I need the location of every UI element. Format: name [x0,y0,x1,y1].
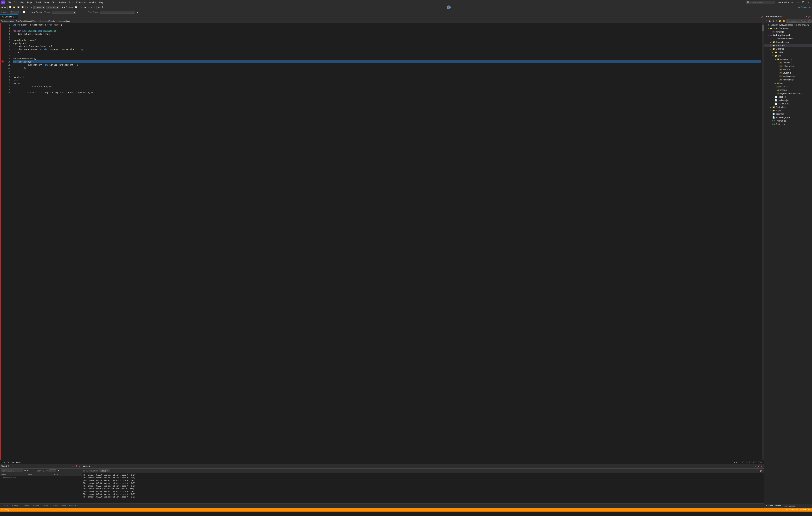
settings-btn[interactable]: ⚙ [808,6,811,9]
breakpoint-circle[interactable] [2,60,4,62]
undo-btn[interactable]: ↩ [26,6,29,9]
breadcrumb-collapse-btn[interactable]: ⌄ [761,20,762,22]
debug-tab-call-st[interactable]: Call St... [1,505,10,507]
tree-item-25[interactable]: ▶📁Pages [764,109,812,112]
menu-item-view[interactable]: View [19,1,26,4]
scroll-left-btn[interactable]: ◀ [733,461,735,463]
tree-item-9[interactable]: ▼📁src [764,54,812,57]
tree-item-2[interactable]: JSbundle.js [764,30,812,33]
output-float-btn[interactable]: ▼ [754,465,756,467]
scrollbar-thumb[interactable] [762,25,764,31]
tree-item-8[interactable]: ▶📁public [764,51,812,54]
tree-item-6[interactable]: ▶📁Properties [764,44,812,47]
tree-item-18[interactable]: CSSindex.css [764,85,812,88]
breakpoint-indicator[interactable] [1,60,4,63]
se-tab-solution-explorer[interactable]: Solution Explorer [765,505,782,508]
tab-close-btn[interactable]: ✕ [15,16,16,18]
watch-pin-btn[interactable]: 📌 [75,465,78,467]
git-dropdown-btn[interactable]: ▼ [805,509,806,511]
step-into-btn[interactable]: ⤷ [90,6,93,9]
watch-forward-btn[interactable]: → [32,469,34,472]
debug-tab-imme[interactable]: Imme... [42,505,51,507]
tree-item-12[interactable]: JSFetchData.js [764,64,812,68]
tree-item-22[interactable]: 📄package.json [764,99,812,102]
watch-float-btn[interactable]: ▼ [72,465,74,467]
debug-tab-breakp[interactable]: Breakp... [11,505,21,507]
tab-counter-js[interactable]: JS Counter.js ✕ [0,15,18,19]
step-out-btn[interactable]: ⤴ [93,6,95,9]
menu-item-test[interactable]: Test [51,1,57,4]
notifications-icon[interactable]: 🔔 [808,508,811,511]
thread-switch-btn[interactable]: ⇌ [82,10,85,13]
forward-btn[interactable]: ▶ [4,6,6,9]
tree-item-27[interactable]: 📄appsettings.json [764,116,812,119]
tree-item-23[interactable]: 📄README.md [764,102,812,105]
tree-item-3[interactable]: ▼▣WebApplication4 [764,33,812,37]
solution-search-input[interactable] [786,20,812,23]
watch-add-item[interactable]: Add item to watch [0,476,82,479]
tree-item-7[interactable]: ▼📁ClientApp [764,47,812,51]
menu-item-build[interactable]: Build [35,1,42,4]
close-btn[interactable]: ✕ [806,1,811,4]
watch-search-dropdown[interactable]: 🔍▼ [24,469,29,472]
stack-select[interactable] [100,10,135,14]
back-btn[interactable]: ◀ [1,6,3,9]
output-source-select[interactable]: Debug [99,469,110,472]
se-home-btn[interactable]: 🏠 [768,20,772,22]
output-pin-btn[interactable]: 📌 [757,465,760,467]
se-pin-btn[interactable]: 📌 [808,16,811,18]
tree-item-19[interactable]: JSindex.js [764,88,812,92]
tree-item-0[interactable]: ▼⊞Solution 'WebApplication4' (1 of 1 pro… [764,23,812,27]
thread-filter-btn[interactable]: ▼ [78,11,81,13]
watch-close-btn[interactable]: ✕ [79,465,80,467]
minimize-btn[interactable]: — [796,1,801,4]
tree-item-29[interactable]: C#Startup.cs [764,123,812,126]
tree-item-1[interactable]: ▼📁Script Documents [764,27,812,30]
restore-btn[interactable]: ❐ [801,1,806,4]
tree-item-26[interactable]: 📄.gitignore [764,112,812,116]
breadcrumb-part3[interactable]: currentCount [59,20,70,22]
format-btn[interactable]: ⚙ [97,6,100,9]
live-share-btn[interactable]: ↗ Live Share [793,6,808,9]
new-file-btn[interactable]: 📄 [8,6,12,9]
cpu-config-select[interactable]: Any CPU [46,6,59,9]
stop-btn[interactable]: ⏹ [84,6,87,9]
menu-search-input[interactable] [750,1,771,3]
open-file-btn[interactable]: 📂 [12,6,16,9]
tree-item-20[interactable]: JSregisterServiceWorker.js [764,92,812,95]
git-label[interactable]: Add to Source Control [786,509,805,511]
add-projection-btn[interactable]: ↕ [1,461,3,464]
continue-btn[interactable]: ▶ ▶ Continue [61,6,74,9]
output-close-btn[interactable]: ✕ [761,465,762,467]
watch-depth-dropdown[interactable]: ▼ [57,469,60,472]
watch-back-btn[interactable]: ← [29,469,32,472]
process-input[interactable] [10,11,19,13]
menu-item-window[interactable]: Window [88,1,98,4]
editor-scrollbar[interactable] [762,23,764,460]
se-float-btn[interactable]: ▼ [805,16,807,18]
watch-depth-input[interactable] [49,469,56,472]
pause-btn[interactable]: ⏸ [80,6,83,9]
step-over-btn[interactable]: ⤵ [87,6,89,9]
thread-select[interactable] [52,10,76,14]
menu-item-extensions[interactable]: Extensions [75,1,88,4]
debug-tab-autos[interactable]: Autos [52,505,59,507]
save-all-btn[interactable]: 💾 [21,6,25,9]
menu-item-help[interactable]: Help [98,1,105,4]
restart-btn[interactable]: 🔄 [74,6,78,9]
debug-tab-comm[interactable]: Comm... [32,505,42,507]
lifecycle-checkbox[interactable] [23,11,25,13]
output-clear-btn[interactable]: 🗑 [759,469,762,472]
scroll-right-btn[interactable]: ▶ [736,461,737,463]
tree-item-16[interactable]: JSNavMenu.js [764,78,812,81]
tree-item-14[interactable]: JSLayout.js [764,71,812,75]
debug-config-select[interactable]: Debug [34,6,45,9]
stack-expand-btn[interactable]: ▼ [136,11,139,13]
menu-item-tools[interactable]: Tools [67,1,75,4]
se-properties-btn[interactable]: ⚙ [775,20,778,22]
se-sync-btn[interactable]: ⇄ [765,20,768,22]
menu-item-file[interactable]: File [6,1,12,4]
code-content[interactable]: import React, { Component } from 'react'… [11,23,762,460]
breadcrumb-part1[interactable]: WebApplication4 JavaScript Content Files [1,20,36,22]
save-btn[interactable]: 💾 [17,6,20,9]
